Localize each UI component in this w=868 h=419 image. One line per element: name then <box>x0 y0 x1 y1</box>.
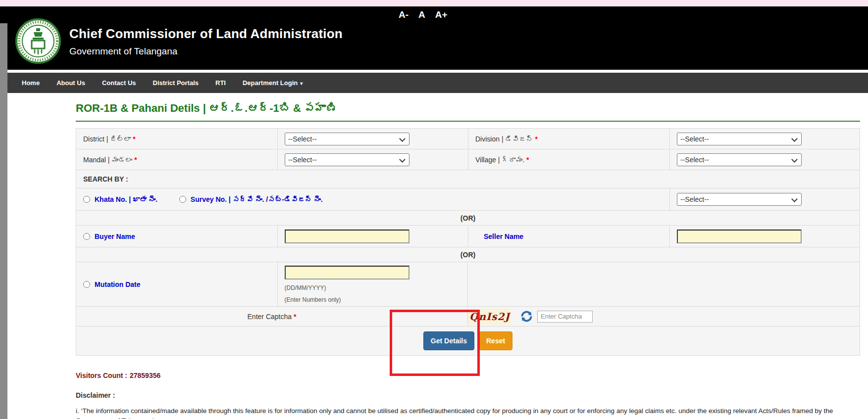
captcha-image: QnIs2J <box>468 309 511 325</box>
buyer-name-radio[interactable] <box>83 233 90 240</box>
visitors-count-value: 27859356 <box>130 372 160 379</box>
district-label: District | జిల్లా <box>83 135 131 143</box>
buyer-input-cell <box>278 226 468 247</box>
ror-search-form: District | జిల్లా* --Select-- Division |… <box>76 128 860 356</box>
buyer-name-input[interactable] <box>285 230 409 243</box>
or-text: (OR) <box>460 251 475 259</box>
nav-item-about-us[interactable]: About Us <box>48 79 94 87</box>
division-select[interactable]: --Select-- <box>677 133 802 145</box>
buyer-name-label: Buyer Name <box>95 233 135 240</box>
chevron-down-icon: ▾ <box>300 81 303 86</box>
survey-select-cell: --Select-- <box>670 188 860 210</box>
mutation-date-label: Mutation Date <box>95 280 141 288</box>
mandal-label: Mandal | మండలం <box>83 156 132 164</box>
survey-subdivision-select[interactable]: --Select-- <box>677 193 802 206</box>
nav-item-district-portals[interactable]: District Portals <box>145 79 207 87</box>
refresh-icon <box>520 310 533 323</box>
seller-name-input[interactable] <box>677 230 802 243</box>
mandal-label-cell: Mandal | మండలం* <box>76 149 278 170</box>
nav-item-rti[interactable]: RTI <box>207 79 234 87</box>
district-label-cell: District | జిల్లా* <box>76 129 278 149</box>
seller-input-cell <box>670 226 860 247</box>
survey-radio-group: Survey No. | సర్వే నెం. /సబ్-డివిజన్ నెం… <box>179 195 323 203</box>
khata-number-radio[interactable] <box>83 196 90 203</box>
numbers-only-hint: (Enter Numbers only) <box>285 296 341 303</box>
village-select-cell: --Select-- <box>670 149 860 170</box>
site-title: Chief Commissioner of Land Administratio… <box>69 26 343 42</box>
form-row-search-by: SEARCH BY : <box>76 170 860 188</box>
reset-button[interactable]: Reset <box>479 331 512 350</box>
site-header: A- A A+ Chief Commissioner of Land Admin… <box>0 6 868 70</box>
village-select[interactable]: --Select-- <box>677 153 802 166</box>
form-row-mutation-date: Mutation Date (DD/MM/YYYY) (Enter Number… <box>76 262 860 307</box>
left-edge-strip <box>0 23 7 419</box>
nav-item-label: Department Login <box>243 79 298 87</box>
required-marker: * <box>535 135 537 143</box>
form-row-khata-survey: Khata No. | ఖాతా నెం. Survey No. | సర్వే… <box>76 188 860 211</box>
district-select-cell: --Select-- <box>278 129 468 149</box>
form-row-district-division: District | జిల్లా* --Select-- Division |… <box>76 129 860 149</box>
buttons-cell: Get Details Reset <box>76 326 860 355</box>
required-marker: * <box>526 156 529 164</box>
required-marker: * <box>133 135 135 143</box>
required-marker: * <box>294 313 296 321</box>
captcha-cell: QnIs2J <box>468 307 860 326</box>
mandal-select-cell: --Select-- <box>278 149 468 170</box>
khata-number-label: Khata No. | ఖాతా నెం. <box>95 195 157 203</box>
get-details-button[interactable]: Get Details <box>423 331 474 350</box>
form-row-or-1: (OR) <box>76 211 860 226</box>
font-decrease-button[interactable]: A- <box>399 9 408 20</box>
page-content: ROR-1B & Pahani Detils | ఆర్.ఓ.ఆర్-1బి &… <box>7 93 868 419</box>
page-title: ROR-1B & Pahani Detils | ఆర్.ఓ.ఆర్-1బి &… <box>76 102 868 115</box>
nav-item-contact-us[interactable]: Contact Us <box>94 79 145 87</box>
disclaimer-heading: Disclaimer : <box>76 391 868 399</box>
or-text: (OR) <box>460 214 475 222</box>
search-by-heading: SEARCH BY : <box>83 175 128 183</box>
division-label: Division | డివిజన్ <box>475 135 533 143</box>
form-row-or-2: (OR) <box>76 247 860 262</box>
font-increase-button[interactable]: A+ <box>435 9 448 20</box>
survey-number-radio[interactable] <box>179 196 186 203</box>
font-normal-button[interactable]: A <box>418 9 425 20</box>
main-navigation: Home About Us Contact Us District Portal… <box>0 73 868 93</box>
nav-item-home[interactable]: Home <box>13 79 48 87</box>
mutation-input-cell: (DD/MM/YYYY) (Enter Numbers only) <box>278 262 468 306</box>
form-row-buttons: Get Details Reset <box>76 326 860 355</box>
form-row-buyer-seller: Buyer Name Seller Name <box>76 226 860 247</box>
captcha-label: Enter Captcha <box>248 313 292 321</box>
emblem-seal-icon <box>15 18 61 64</box>
district-select[interactable]: --Select-- <box>285 133 409 145</box>
mutation-date-cell: Mutation Date <box>76 262 278 306</box>
captcha-label-cell: Enter Captcha* <box>76 307 468 326</box>
mutation-date-radio[interactable] <box>83 281 90 288</box>
disclaimer-text: i. ‘The information contained/made avail… <box>76 406 867 419</box>
search-by-cell: SEARCH BY : <box>76 170 860 188</box>
form-row-captcha: Enter Captcha* QnIs2J <box>76 307 860 326</box>
browser-viewport: A- A A+ Chief Commissioner of Land Admin… <box>0 0 868 419</box>
seller-name-label: Seller Name <box>484 233 523 240</box>
division-label-cell: Division | డివిజన్* <box>468 129 670 149</box>
division-select-cell: --Select-- <box>670 129 860 149</box>
village-label: Village | గ్రామం. <box>475 156 524 164</box>
top-accent-strip <box>0 0 868 6</box>
village-label-cell: Village | గ్రామం.* <box>468 149 670 170</box>
title-divider <box>76 121 860 122</box>
survey-number-label: Survey No. | సర్వే నెం. /సబ్-డివిజన్ నెం… <box>191 195 323 203</box>
mandal-select[interactable]: --Select-- <box>285 153 409 166</box>
buyer-name-cell: Buyer Name <box>76 226 278 247</box>
site-subtitle: Government of Telangana <box>69 46 177 57</box>
date-format-hint: (DD/MM/YYYY) <box>285 284 326 291</box>
seller-name-cell: Seller Name <box>468 226 670 247</box>
or-separator: (OR) <box>76 247 860 262</box>
font-size-controls: A- A A+ <box>399 9 448 20</box>
captcha-refresh-button[interactable] <box>520 310 533 323</box>
visitors-count: Visitors Count :27859356 <box>76 372 868 379</box>
captcha-input[interactable] <box>537 311 593 323</box>
visitors-count-label: Visitors Count : <box>76 372 127 379</box>
form-row-mandal-village: Mandal | మండలం* --Select-- Village | గ్ర… <box>76 149 860 170</box>
mutation-date-input[interactable] <box>285 266 409 279</box>
nav-item-department-login[interactable]: Department Login▾ <box>234 79 311 87</box>
empty-cell <box>468 262 860 306</box>
khata-radio-group: Khata No. | ఖాతా నెం. <box>83 195 157 203</box>
khata-survey-radio-cell: Khata No. | ఖాతా నెం. Survey No. | సర్వే… <box>76 188 670 210</box>
